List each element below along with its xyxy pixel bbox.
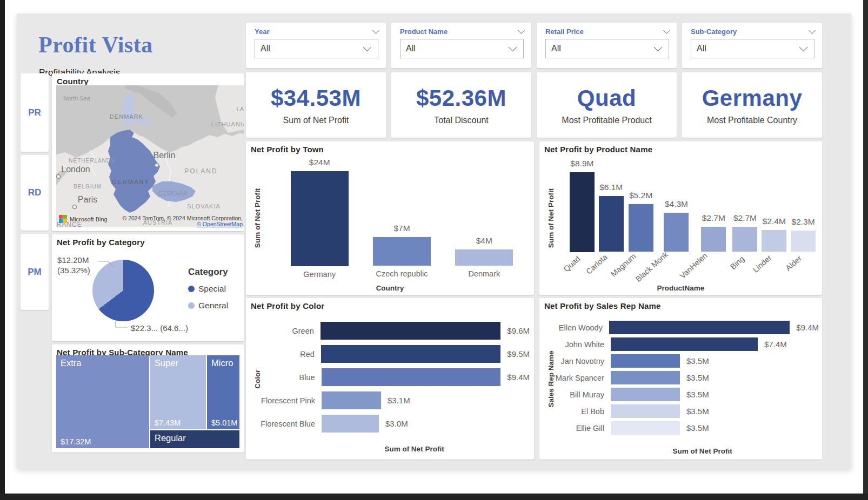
bar[interactable] — [321, 345, 501, 363]
bar[interactable] — [611, 371, 680, 384]
chart-net-profit-by-color: Net Profit by Color Color Green$9.6MRed$… — [246, 298, 534, 460]
bar-value-label: $3.5M — [686, 373, 709, 382]
legend-item-general[interactable]: General — [188, 301, 228, 310]
bar[interactable] — [322, 391, 381, 409]
bar-row-ellen-woody[interactable]: Ellen Woody$9.4M — [550, 321, 819, 334]
bar-row-florescent-pink[interactable]: Florescent Pink$3.1M — [252, 391, 530, 409]
bar-germany[interactable]: $24MGermany — [278, 158, 360, 283]
bar[interactable] — [321, 322, 501, 340]
bar-value-label: $9.5M — [507, 349, 530, 359]
bar[interactable] — [291, 171, 349, 266]
bar[interactable] — [664, 213, 689, 252]
map-label-latvia: LA — [237, 106, 244, 112]
pie-panel: Net Profit by Category $12.20M (35.32%) … — [52, 234, 244, 341]
bar[interactable] — [455, 249, 513, 266]
bar-row-mark-spancer[interactable]: Mark Spancer$3.5M — [550, 371, 819, 384]
bar[interactable] — [611, 354, 680, 368]
map-label-lithuania: LITHUANIA — [211, 121, 244, 127]
bar-row-blue[interactable]: Blue$9.4M — [252, 368, 530, 386]
bar-value-label: $9.4M — [507, 373, 530, 382]
bar-row-jan-novotny[interactable]: Jan Novotny$3.5M — [550, 354, 819, 368]
treemap-node-super[interactable]: Super $7.43M — [150, 355, 206, 429]
bar-value-label: $9.4M — [796, 323, 819, 332]
bar-row-florescent-blue[interactable]: Florescent Blue$3.0M — [252, 415, 530, 433]
europe-map[interactable]: North Sea DENMARK LA LITHUANIA NETHERLAN… — [56, 85, 244, 227]
bar-value-label: $9.6M — [507, 326, 530, 335]
chevron-down-icon — [654, 43, 663, 52]
filter-subcategory-dropdown[interactable]: All — [691, 39, 814, 58]
bar[interactable] — [373, 237, 431, 266]
sidebar-button-pr[interactable]: PR — [21, 73, 49, 152]
category-label: Bing — [729, 254, 746, 271]
bar-row-bill-muray[interactable]: Bill Muray$3.5M — [550, 388, 819, 401]
bar-vanhelen[interactable]: $2.7MVanHelen — [697, 159, 731, 283]
bar[interactable] — [609, 321, 790, 334]
map-attribution-osm-link[interactable]: © OpenStreetMap — [197, 221, 243, 227]
map-country-denmark[interactable] — [145, 120, 151, 126]
filter-year-dropdown[interactable]: All — [255, 39, 378, 58]
kpi-label: Sum of Net Profit — [283, 116, 349, 125]
page-title: Profit Vista — [38, 32, 153, 58]
sidebar-button-pm[interactable]: PM — [21, 234, 49, 310]
pie-callout-general: $12.20M (35.32%) — [57, 255, 97, 275]
sidebar-button-rd[interactable]: RD — [21, 155, 49, 231]
screen-edge-right — [863, 0, 868, 500]
bar[interactable] — [611, 421, 680, 435]
map-label-poland: POLAND — [184, 167, 217, 175]
bar-value-label: $2.7M — [702, 213, 725, 223]
category-label: Ellen Woody — [550, 323, 609, 332]
treemap-node-extra[interactable]: Extra $17.32M — [56, 355, 149, 448]
bar[interactable] — [762, 230, 786, 252]
bar-row-john-white[interactable]: John White$7.4M — [550, 337, 819, 351]
bar-value-label: $24M — [309, 158, 330, 167]
chevron-down-icon[interactable] — [663, 27, 670, 34]
map-label-germany: GERMANY — [112, 179, 150, 185]
bar[interactable] — [611, 337, 758, 351]
plot-area: Ellen Woody$9.4MJohn White$7.4MJan Novot… — [550, 321, 819, 438]
bar[interactable] — [701, 227, 726, 252]
treemap-node-regular[interactable]: Regular — [150, 430, 239, 448]
chevron-down-icon[interactable] — [518, 27, 525, 34]
bar[interactable] — [322, 415, 379, 433]
bar[interactable] — [599, 196, 624, 252]
bar-row-ellie-gill[interactable]: Ellie Gill$3.5M — [550, 421, 819, 435]
bar[interactable] — [732, 227, 757, 252]
map-city-dot-berlin — [155, 164, 159, 167]
bar[interactable] — [791, 231, 816, 252]
category-label: Florescent Pink — [252, 396, 322, 405]
filter-value: All — [551, 44, 561, 53]
treemap-node-micro[interactable]: Micro $5.01M — [207, 355, 239, 429]
bar-value-label: $4.3M — [665, 199, 688, 209]
bar[interactable] — [570, 172, 595, 252]
bar-alder[interactable]: $2.3MAlder — [789, 159, 818, 283]
kpi-value: Germany — [702, 85, 803, 111]
kpi-net-profit: $34.53M Sum of Net Profit — [246, 72, 386, 138]
bar-row-green[interactable]: Green$9.6M — [252, 322, 530, 340]
filter-product-dropdown[interactable]: All — [400, 39, 524, 58]
bar-row-red[interactable]: Red$9.5M — [252, 345, 530, 363]
bar[interactable] — [611, 404, 680, 418]
bar-value-label: $8.9M — [570, 159, 593, 168]
filter-label: Retail Price — [545, 28, 584, 36]
map-label-slovakia: SLOVAKIA — [187, 203, 221, 210]
bar-czech-republic[interactable]: $7MCzech republic — [360, 158, 443, 283]
chart-net-profit-by-sales-rep: Net Profit by Sales Rep Name Sales Rep N… — [539, 298, 822, 460]
chevron-down-icon[interactable] — [809, 27, 816, 34]
kpi-value: $52.36M — [416, 85, 506, 111]
legend-item-special[interactable]: Special — [188, 284, 228, 294]
bar[interactable] — [322, 368, 501, 386]
chevron-down-icon — [799, 43, 808, 52]
map-label-czechia: CZECHIA — [158, 190, 188, 197]
pie-chart[interactable] — [92, 260, 154, 321]
filter-retail-dropdown[interactable]: All — [545, 39, 669, 58]
bar-linder[interactable]: $2.4MLinder — [759, 159, 789, 283]
bar[interactable] — [629, 204, 653, 252]
bar-row-el-bob[interactable]: El Bob$3.5M — [550, 404, 819, 418]
category-label: Germany — [303, 270, 336, 279]
x-axis-title: Country — [246, 284, 534, 292]
filter-sub-category: Sub-Category All — [682, 23, 822, 68]
bar-denmark[interactable]: $4MDenmark — [443, 158, 525, 283]
kpi-label: Most Profitable Product — [562, 116, 651, 125]
bar[interactable] — [611, 388, 680, 401]
chevron-down-icon[interactable] — [372, 27, 379, 34]
